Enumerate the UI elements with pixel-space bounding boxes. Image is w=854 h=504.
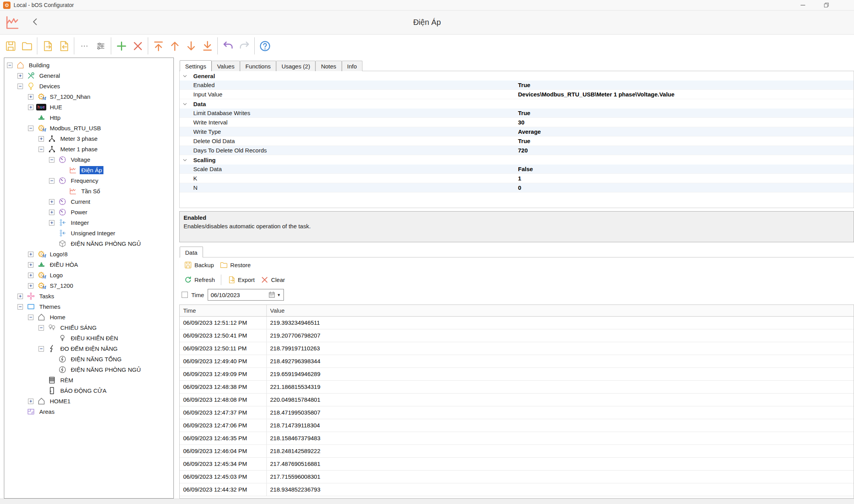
export-button[interactable]: Export [224, 274, 257, 285]
expander-plus-icon[interactable]: + [49, 220, 54, 226]
restore-button[interactable] [821, 1, 831, 9]
refresh-button[interactable]: Refresh [181, 274, 218, 285]
tree-item-tasks[interactable]: +Tasks [4, 291, 173, 301]
expander-plus-icon[interactable]: + [28, 252, 33, 257]
table-row[interactable]: 06/09/2023 12:49:09 PM219.659194946289 [180, 368, 854, 380]
tree-item-ien-nang-phong-ngu[interactable]: ĐIỆN NĂNG PHÒNG NGỦ [4, 364, 173, 375]
expander-plus-icon[interactable]: + [28, 262, 33, 268]
expander-plus-icon[interactable]: + [18, 294, 23, 299]
tree-item-building[interactable]: −Building [4, 60, 173, 70]
tree-item-unsigned-integer[interactable]: Unsigned Integer [4, 228, 173, 238]
tree-item-areas[interactable]: Areas [4, 406, 173, 417]
expander-plus-icon[interactable]: + [49, 210, 54, 215]
tree-item-s7-1200-nhan[interactable]: +⚙MS7_1200_Nhan [4, 91, 173, 102]
expander-minus-icon[interactable]: − [18, 304, 23, 310]
expander-minus-icon[interactable]: − [28, 126, 33, 131]
import-button[interactable] [56, 36, 72, 56]
move-top-button[interactable] [150, 36, 166, 56]
clear-button[interactable]: Clear [257, 274, 288, 285]
collapse-chevron-icon[interactable] [180, 102, 190, 107]
setting-value[interactable]: Average [518, 128, 541, 135]
tree-item-logo[interactable]: +⚙MLogo [4, 270, 173, 280]
tree-item-frequency[interactable]: −Frequency [4, 175, 173, 186]
expander-minus-icon[interactable]: − [49, 157, 54, 163]
expander-plus-icon[interactable]: + [38, 136, 44, 142]
delete-button[interactable] [130, 36, 146, 56]
tree-item-general[interactable]: +General [4, 70, 173, 81]
collapse-chevron-icon[interactable] [180, 158, 190, 163]
open-button[interactable] [19, 36, 35, 56]
expander-minus-icon[interactable]: − [18, 84, 23, 89]
restore-button-data[interactable]: Restore [217, 259, 254, 271]
table-row[interactable]: 06/09/2023 12:50:11 PM218.799197110263 [180, 342, 854, 355]
tree-item-ien-nang-phong-ngu[interactable]: ĐIỆN NĂNG PHÒNG NGỦ [4, 238, 173, 249]
tab-values[interactable]: Values [212, 61, 240, 71]
table-row[interactable]: 06/09/2023 12:45:34 PM217.487690516881 [180, 457, 854, 470]
undo-button[interactable] [220, 36, 236, 56]
expander-plus-icon[interactable]: + [28, 105, 33, 110]
expander-minus-icon[interactable]: − [28, 315, 33, 320]
setting-value[interactable]: 30 [518, 119, 525, 126]
tree-item-voltage[interactable]: −Voltage [4, 154, 173, 165]
tree-item-ien-ap[interactable]: Điện Áp [4, 165, 173, 175]
setting-value[interactable]: 0 [518, 184, 521, 191]
more-button[interactable] [76, 36, 93, 56]
collapse-chevron-icon[interactable] [180, 74, 190, 79]
setting-value[interactable]: True [518, 82, 530, 88]
tree-item-ieu-khien-en[interactable]: ĐIỀU KHIỂN ĐÈN [4, 333, 173, 343]
expander-minus-icon[interactable]: − [38, 147, 44, 152]
tree-item-meter-1-phase[interactable]: −Meter 1 phase [4, 144, 173, 154]
table-row[interactable]: 06/09/2023 12:45:03 PM217.715596008301 [180, 470, 854, 483]
add-button[interactable] [113, 36, 130, 56]
expander-minus-icon[interactable]: − [38, 346, 44, 352]
setting-value[interactable]: Devices\Modbus_RTU_USB\Meter 1 phase\Vol… [518, 91, 674, 98]
tree-item-tan-so[interactable]: Tần Số [4, 186, 173, 196]
expander-minus-icon[interactable]: − [38, 325, 44, 331]
expander-minus-icon[interactable]: − [49, 178, 54, 184]
tab-usages-2[interactable]: Usages (2) [276, 61, 315, 71]
table-row[interactable]: 06/09/2023 12:49:40 PM218.492796398344 [180, 355, 854, 368]
tree-item-ieu-hoa[interactable]: +ĐIỀU HÒA [4, 259, 173, 270]
table-row[interactable]: 06/09/2023 12:48:38 PM221.186815534319 [180, 380, 854, 393]
time-checkbox[interactable] [182, 292, 188, 298]
back-button[interactable] [30, 17, 42, 28]
setting-value[interactable]: 1 [518, 175, 521, 182]
dropdown-arrow-icon[interactable]: ▼ [276, 293, 284, 297]
expander-plus-icon[interactable]: + [28, 283, 33, 289]
move-bottom-button[interactable] [199, 36, 215, 56]
setting-value[interactable]: False [518, 166, 533, 172]
move-up-button[interactable] [166, 36, 183, 56]
setting-value[interactable]: 720 [518, 147, 528, 154]
tab-settings[interactable]: Settings [180, 60, 212, 71]
expander-plus-icon[interactable]: + [18, 73, 23, 79]
expander-plus-icon[interactable]: + [28, 399, 33, 404]
tree-item-power[interactable]: +Power [4, 207, 173, 217]
setting-value[interactable]: True [518, 138, 530, 144]
table-row[interactable]: 06/09/2023 12:46:35 PM218.158467379483 [180, 432, 854, 444]
table-row[interactable]: 06/09/2023 12:48:08 PM220.049815784801 [180, 393, 854, 406]
tree-item-rem[interactable]: RÈM [4, 375, 173, 385]
table-row[interactable]: 06/09/2023 12:47:06 PM218.714739118304 [180, 419, 854, 432]
column-header-value[interactable]: Value [266, 305, 854, 316]
tree-item-themes[interactable]: −Themes [4, 301, 173, 312]
tree-item-current[interactable]: +Current [4, 196, 173, 207]
expander-plus-icon[interactable]: + [28, 273, 33, 278]
tree-item-logo-8[interactable]: +⚙MLogo!8 [4, 249, 173, 259]
table-row[interactable]: 06/09/2023 12:46:04 PM218.248142589222 [180, 444, 854, 457]
tree-item-home1[interactable]: +HOME1 [4, 396, 173, 406]
tree-item-o-em-ien-nang[interactable]: −ĐO ĐẾM ĐIỆN NĂNG [4, 343, 173, 354]
table-row[interactable]: 06/09/2023 12:47:37 PM218.471995035807 [180, 406, 854, 419]
move-down-button[interactable] [183, 36, 199, 56]
tree-item-s7-1200[interactable]: +⚙MS7_1200 [4, 280, 173, 291]
export-button[interactable] [39, 36, 56, 56]
tree-item-bao-ong-cua[interactable]: BÁO ĐỘNG CỬA [4, 385, 173, 396]
tree-item-home[interactable]: −Home [4, 312, 173, 322]
tree-item-chieu-sang[interactable]: −CHIẾU SÁNG [4, 322, 173, 333]
help-button[interactable] [257, 36, 273, 56]
table-row[interactable]: 06/09/2023 12:44:32 PM218.934852236793 [180, 483, 854, 496]
tab-info[interactable]: Info [342, 61, 362, 71]
tree-item-devices[interactable]: −Devices [4, 81, 173, 91]
tab-data[interactable]: Data [180, 247, 203, 257]
redo-button[interactable] [236, 36, 252, 56]
save-button[interactable] [2, 36, 19, 56]
